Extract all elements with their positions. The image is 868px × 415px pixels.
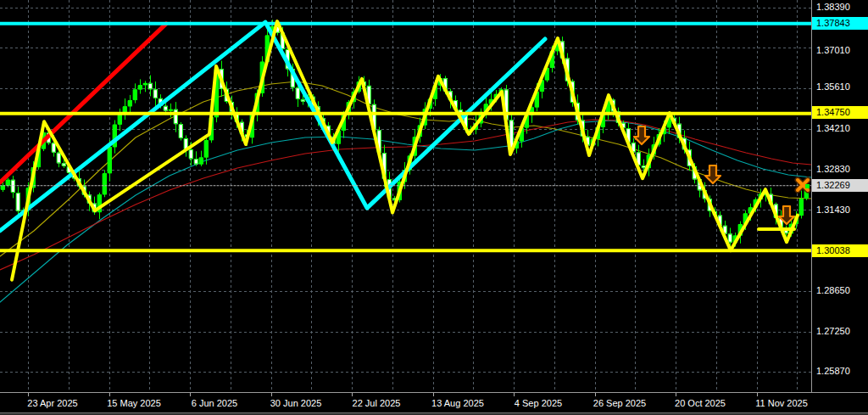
date-label: 6 Jun 2025 <box>192 398 237 408</box>
price-axis-label: 1.25870 <box>812 365 868 378</box>
date-label: 20 Oct 2025 <box>675 398 726 408</box>
time-axis-tick <box>514 393 515 396</box>
price-axis-label: 1.31430 <box>812 204 868 216</box>
trading-chart-window: 1.383901.378431.370101.356101.347501.342… <box>0 0 868 415</box>
date-label: 11 Nov 2025 <box>755 398 808 408</box>
time-axis-tick <box>676 393 676 396</box>
time-axis-tick <box>433 393 434 396</box>
price-axis-label: 1.27250 <box>812 325 868 338</box>
time-axis-tick <box>595 393 596 396</box>
date-label: 26 Sep 2025 <box>593 398 646 408</box>
time-axis-tick <box>109 393 110 396</box>
price-axis-label: 1.38390 <box>812 1 868 14</box>
price-level-badge: 1.34750 <box>812 106 868 119</box>
time-axis-tick <box>352 393 353 396</box>
price-axis-label: 1.35610 <box>812 81 868 93</box>
date-label: 30 Jun 2025 <box>270 398 322 408</box>
date-label: 23 Apr 2025 <box>27 398 77 408</box>
date-label: 22 Jul 2025 <box>353 398 401 408</box>
price-chart-canvas[interactable] <box>0 0 811 392</box>
date-label: 4 Sep 2025 <box>515 398 562 408</box>
date-label: 15 May 2025 <box>107 398 161 408</box>
price-level-badge: 1.32269 <box>812 179 868 192</box>
price-level-badge: 1.30038 <box>812 244 868 257</box>
date-label: 13 Aug 2025 <box>431 398 484 408</box>
time-axis-tick <box>271 393 272 396</box>
time-axis-tick <box>757 393 758 396</box>
price-axis[interactable]: 1.383901.378431.370101.356101.347501.342… <box>811 0 868 392</box>
time-axis-tick <box>190 393 191 396</box>
price-axis-label: 1.34210 <box>812 122 868 135</box>
price-axis-label: 1.37010 <box>812 44 868 57</box>
price-level-badge: 1.37843 <box>812 17 868 30</box>
time-axis[interactable]: 23 Apr 202515 May 20256 Jun 202530 Jun 2… <box>0 392 868 412</box>
price-axis-label: 1.32830 <box>812 163 868 176</box>
price-axis-label: 1.28650 <box>812 284 868 297</box>
time-axis-tick <box>28 393 29 396</box>
